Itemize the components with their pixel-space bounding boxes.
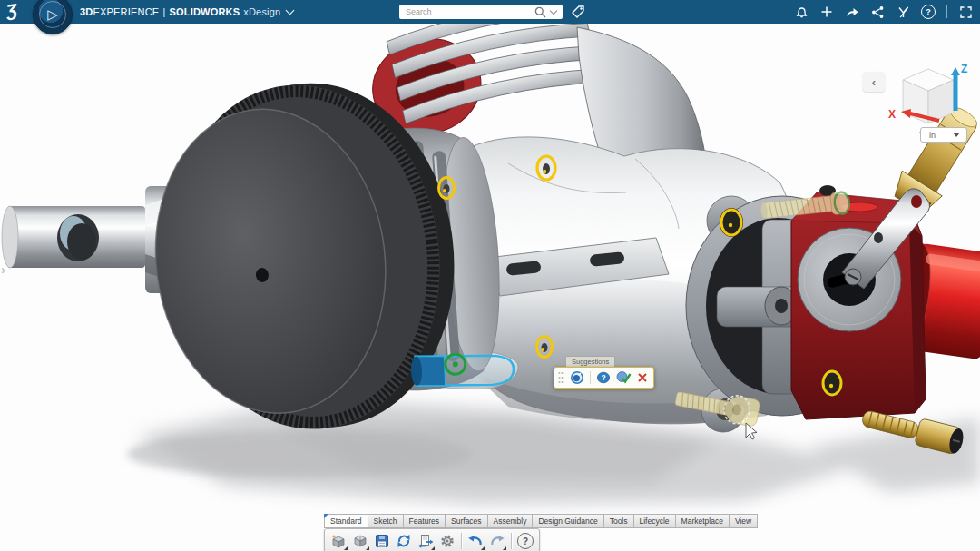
units-value: in <box>929 131 953 140</box>
brand-app: xDesign <box>243 6 280 17</box>
suggestions-popup: Suggestions ? <box>554 356 654 389</box>
flywheel-contact-shadow <box>127 430 472 477</box>
brand-separator: | <box>162 6 165 17</box>
svg-text:?: ? <box>601 373 605 382</box>
settings-gear-icon[interactable] <box>437 531 457 551</box>
brand-experience: EXPERIENCE <box>93 6 159 17</box>
divider <box>946 5 947 18</box>
topbar-actions: ? <box>794 0 973 24</box>
help-icon[interactable]: ? <box>921 5 936 19</box>
tab-standard[interactable]: Standard <box>324 514 368 528</box>
ribbon-tabs: Standard Sketch Features Surfaces Assemb… <box>324 514 758 528</box>
divider <box>511 533 512 549</box>
bottom-toolbar: Standard Sketch Features Surfaces Assemb… <box>324 514 758 551</box>
add-icon[interactable] <box>819 5 834 19</box>
undo-icon[interactable] <box>466 531 485 551</box>
open-design-icon[interactable] <box>350 531 370 551</box>
brand-product: SOLIDWORKS <box>169 6 240 17</box>
drag-handle-icon[interactable] <box>557 370 564 385</box>
axis-z-label: Z <box>961 63 967 75</box>
tab-tools[interactable]: Tools <box>604 514 634 528</box>
compass-play-icon[interactable]: ▷ <box>33 0 73 34</box>
accept-suggestion-icon[interactable] <box>616 370 632 385</box>
tab-design-guidance[interactable]: Design Guidance <box>533 514 603 528</box>
app-title: 3DEXPERIENCE|SOLIDWORKSxDesign <box>80 6 293 17</box>
app-switcher-chevron-icon[interactable] <box>286 6 295 15</box>
brand-3d: 3D <box>80 6 93 17</box>
save-icon[interactable] <box>372 531 392 551</box>
tab-surfaces[interactable]: Surfaces <box>446 514 488 528</box>
search-dropdown-icon[interactable] <box>550 7 557 15</box>
3ds-logo-icon: Ʒ <box>5 0 19 21</box>
tab-view[interactable]: View <box>730 514 758 528</box>
suggestions-label: Suggestions <box>565 356 615 367</box>
help-icon[interactable]: ? <box>515 531 535 551</box>
top-bar: Ʒ ▷ 3DEXPERIENCE|SOLIDWORKSxDesign <box>0 0 980 24</box>
fullscreen-icon[interactable] <box>958 5 973 19</box>
standard-icon-bar: ? <box>324 528 540 551</box>
share-arrow-icon[interactable] <box>845 5 859 19</box>
tag-icon[interactable] <box>570 4 586 20</box>
search-input[interactable] <box>399 7 534 16</box>
tab-features[interactable]: Features <box>404 514 446 528</box>
engine-model-scene[interactable] <box>0 24 980 551</box>
collapse-cube-panel-button[interactable]: ‹ <box>863 72 885 92</box>
sync-icon[interactable] <box>394 531 414 551</box>
notifications-bell-icon[interactable] <box>794 5 808 19</box>
tab-marketplace[interactable]: Marketplace <box>676 514 730 528</box>
search-bar[interactable] <box>399 5 563 19</box>
new-design-icon[interactable] <box>328 531 348 551</box>
xdesign-app: › ‹ Z X Y in Suggestions <box>0 0 980 551</box>
tab-lifecycle[interactable]: Lifecycle <box>634 514 676 528</box>
design-tools-icon[interactable] <box>896 5 910 19</box>
divider <box>590 371 591 384</box>
dropdown-arrow-icon <box>953 133 960 137</box>
close-icon[interactable] <box>637 372 648 383</box>
3d-viewport[interactable]: › ‹ Z X Y in Suggestions <box>0 24 980 551</box>
apply-suggestion-icon[interactable] <box>570 370 584 385</box>
divider <box>461 533 462 549</box>
info-suggestion-icon[interactable]: ? <box>596 370 611 385</box>
axis-x-label: X <box>888 108 896 121</box>
share-network-icon[interactable] <box>870 5 885 19</box>
selected-feature-highlight[interactable] <box>410 352 514 388</box>
redo-icon[interactable] <box>487 531 507 551</box>
import-export-icon[interactable] <box>416 531 436 551</box>
suggestions-toolbar: ? <box>554 367 654 389</box>
units-dropdown[interactable]: in <box>920 127 967 143</box>
expand-panel-icon[interactable]: › <box>1 262 5 276</box>
search-icon[interactable] <box>534 6 546 18</box>
tab-assembly[interactable]: Assembly <box>488 514 534 528</box>
tab-sketch[interactable]: Sketch <box>368 514 404 528</box>
